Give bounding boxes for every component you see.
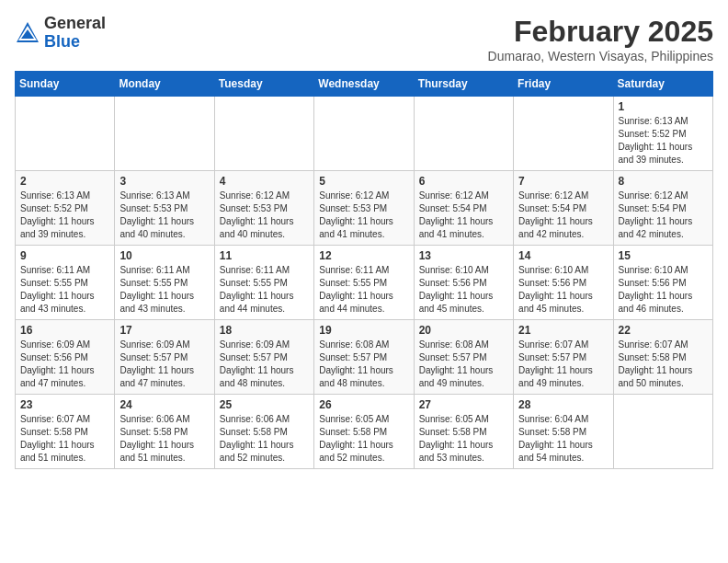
calendar-cell: 25 Sunrise: 6:06 AM Sunset: 5:58 PM Dayl…: [214, 395, 313, 469]
sunset-text: Sunset: 5:53 PM: [220, 203, 288, 213]
daylight-text: Daylight: 11 hours and 39 minutes.: [20, 216, 95, 239]
daylight-text: Daylight: 11 hours and 40 minutes.: [119, 216, 194, 239]
day-info: Sunrise: 6:09 AM Sunset: 5:56 PM Dayligh…: [20, 339, 109, 390]
calendar-week-row: 23 Sunrise: 6:07 AM Sunset: 5:58 PM Dayl…: [16, 395, 713, 469]
sunset-text: Sunset: 5:54 PM: [518, 203, 586, 213]
daylight-text: Daylight: 11 hours and 45 minutes.: [419, 291, 494, 314]
sunset-text: Sunset: 5:57 PM: [220, 352, 288, 362]
calendar-cell: 21 Sunrise: 6:07 AM Sunset: 5:57 PM Dayl…: [514, 320, 613, 395]
calendar-cell: 28 Sunrise: 6:04 AM Sunset: 5:58 PM Dayl…: [514, 395, 613, 469]
day-number: 6: [419, 175, 508, 188]
daylight-text: Daylight: 11 hours and 42 minutes.: [619, 216, 693, 239]
sunrise-text: Sunrise: 6:08 AM: [319, 339, 389, 350]
calendar-cell: 18 Sunrise: 6:09 AM Sunset: 5:57 PM Dayl…: [214, 320, 313, 395]
calendar-cell: 12 Sunrise: 6:11 AM Sunset: 5:55 PM Dayl…: [314, 246, 414, 320]
month-year: February 2025: [488, 15, 713, 49]
day-info: Sunrise: 6:12 AM Sunset: 5:54 PM Dayligh…: [419, 190, 508, 241]
day-info: Sunrise: 6:12 AM Sunset: 5:53 PM Dayligh…: [319, 190, 408, 241]
daylight-text: Daylight: 11 hours and 49 minutes.: [419, 365, 494, 388]
day-number: 16: [20, 324, 109, 337]
day-number: 5: [319, 175, 408, 188]
daylight-text: Daylight: 11 hours and 40 minutes.: [220, 216, 294, 239]
calendar-cell: 23 Sunrise: 6:07 AM Sunset: 5:58 PM Dayl…: [16, 395, 115, 469]
daylight-text: Daylight: 11 hours and 44 minutes.: [319, 291, 393, 314]
sunrise-text: Sunrise: 6:11 AM: [20, 265, 90, 275]
daylight-text: Daylight: 11 hours and 47 minutes.: [20, 365, 95, 388]
sunrise-text: Sunrise: 6:07 AM: [20, 414, 90, 424]
logo-blue: Blue: [44, 32, 80, 51]
weekday-header: Wednesday: [314, 72, 414, 97]
sunset-text: Sunset: 5:53 PM: [119, 203, 188, 213]
sunrise-text: Sunrise: 6:13 AM: [119, 190, 189, 201]
day-info: Sunrise: 6:07 AM Sunset: 5:57 PM Dayligh…: [518, 339, 608, 390]
day-info: Sunrise: 6:12 AM Sunset: 5:54 PM Dayligh…: [619, 190, 708, 241]
page-header: General Blue February 2025 Dumarao, West…: [15, 15, 713, 63]
calendar-cell: 15 Sunrise: 6:10 AM Sunset: 5:56 PM Dayl…: [613, 246, 712, 320]
day-number: 4: [220, 175, 309, 188]
day-info: Sunrise: 6:04 AM Sunset: 5:58 PM Dayligh…: [518, 413, 608, 465]
calendar-cell: [514, 97, 613, 171]
day-number: 19: [319, 324, 408, 337]
day-number: 21: [518, 324, 608, 337]
sunset-text: Sunset: 5:57 PM: [119, 352, 188, 362]
sunrise-text: Sunrise: 6:12 AM: [518, 190, 588, 201]
calendar-cell: 17 Sunrise: 6:09 AM Sunset: 5:57 PM Dayl…: [115, 320, 214, 395]
calendar-cell: 13 Sunrise: 6:10 AM Sunset: 5:56 PM Dayl…: [414, 246, 513, 320]
calendar-cell: 3 Sunrise: 6:13 AM Sunset: 5:53 PM Dayli…: [115, 171, 214, 246]
sunset-text: Sunset: 5:58 PM: [220, 427, 288, 437]
daylight-text: Daylight: 11 hours and 53 minutes.: [419, 440, 494, 463]
day-number: 13: [419, 249, 508, 262]
calendar-cell: 16 Sunrise: 6:09 AM Sunset: 5:56 PM Dayl…: [16, 320, 115, 395]
calendar-cell: 20 Sunrise: 6:08 AM Sunset: 5:57 PM Dayl…: [414, 320, 513, 395]
daylight-text: Daylight: 11 hours and 54 minutes.: [518, 440, 593, 463]
sunrise-text: Sunrise: 6:10 AM: [419, 265, 489, 275]
calendar-cell: 26 Sunrise: 6:05 AM Sunset: 5:58 PM Dayl…: [314, 395, 414, 469]
sunrise-text: Sunrise: 6:12 AM: [319, 190, 389, 201]
day-number: 25: [220, 398, 309, 411]
sunset-text: Sunset: 5:58 PM: [319, 427, 387, 437]
day-number: 9: [20, 249, 109, 262]
day-number: 10: [119, 249, 209, 262]
calendar-cell: [414, 97, 513, 171]
day-info: Sunrise: 6:08 AM Sunset: 5:57 PM Dayligh…: [419, 339, 508, 390]
day-number: 27: [419, 398, 508, 411]
calendar-cell: 24 Sunrise: 6:06 AM Sunset: 5:58 PM Dayl…: [115, 395, 214, 469]
calendar-cell: 5 Sunrise: 6:12 AM Sunset: 5:53 PM Dayli…: [314, 171, 414, 246]
calendar-cell: 6 Sunrise: 6:12 AM Sunset: 5:54 PM Dayli…: [414, 171, 513, 246]
day-info: Sunrise: 6:13 AM Sunset: 5:52 PM Dayligh…: [20, 190, 109, 241]
calendar-cell: 4 Sunrise: 6:12 AM Sunset: 5:53 PM Dayli…: [214, 171, 313, 246]
sunset-text: Sunset: 5:54 PM: [619, 203, 687, 213]
sunrise-text: Sunrise: 6:13 AM: [20, 190, 90, 201]
day-info: Sunrise: 6:07 AM Sunset: 5:58 PM Dayligh…: [619, 339, 708, 390]
day-info: Sunrise: 6:13 AM Sunset: 5:52 PM Dayligh…: [619, 115, 708, 167]
sunrise-text: Sunrise: 6:11 AM: [319, 265, 389, 275]
day-number: 3: [119, 175, 209, 188]
daylight-text: Daylight: 11 hours and 48 minutes.: [220, 365, 294, 388]
sunrise-text: Sunrise: 6:09 AM: [20, 339, 90, 350]
calendar-week-row: 1 Sunrise: 6:13 AM Sunset: 5:52 PM Dayli…: [16, 97, 713, 171]
sunrise-text: Sunrise: 6:06 AM: [119, 414, 189, 424]
day-info: Sunrise: 6:12 AM Sunset: 5:53 PM Dayligh…: [220, 190, 309, 241]
day-info: Sunrise: 6:13 AM Sunset: 5:53 PM Dayligh…: [119, 190, 209, 241]
daylight-text: Daylight: 11 hours and 51 minutes.: [119, 440, 194, 463]
day-number: 17: [119, 324, 209, 337]
sunrise-text: Sunrise: 6:12 AM: [619, 190, 688, 201]
daylight-text: Daylight: 11 hours and 47 minutes.: [119, 365, 194, 388]
day-number: 12: [319, 249, 408, 262]
day-info: Sunrise: 6:07 AM Sunset: 5:58 PM Dayligh…: [20, 413, 109, 465]
daylight-text: Daylight: 11 hours and 45 minutes.: [518, 291, 593, 314]
weekday-header: Monday: [115, 72, 214, 97]
sunset-text: Sunset: 5:55 PM: [20, 278, 88, 288]
sunrise-text: Sunrise: 6:13 AM: [619, 116, 688, 126]
sunset-text: Sunset: 5:58 PM: [619, 352, 687, 362]
calendar-cell: 19 Sunrise: 6:08 AM Sunset: 5:57 PM Dayl…: [314, 320, 414, 395]
sunrise-text: Sunrise: 6:11 AM: [220, 265, 290, 275]
calendar-cell: 9 Sunrise: 6:11 AM Sunset: 5:55 PM Dayli…: [16, 246, 115, 320]
day-number: 22: [619, 324, 708, 337]
sunrise-text: Sunrise: 6:07 AM: [518, 339, 588, 350]
sunrise-text: Sunrise: 6:12 AM: [419, 190, 489, 201]
sunrise-text: Sunrise: 6:12 AM: [220, 190, 290, 201]
calendar-cell: 27 Sunrise: 6:05 AM Sunset: 5:58 PM Dayl…: [414, 395, 513, 469]
daylight-text: Daylight: 11 hours and 39 minutes.: [619, 142, 693, 165]
sunrise-text: Sunrise: 6:10 AM: [619, 265, 688, 275]
